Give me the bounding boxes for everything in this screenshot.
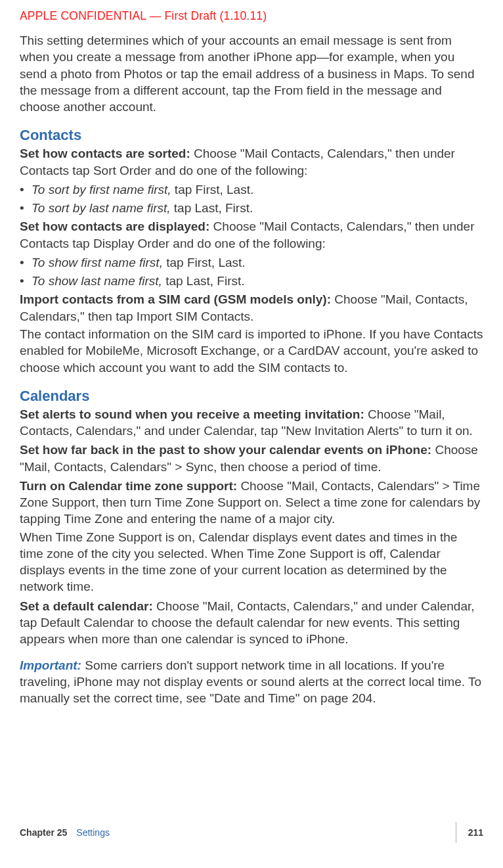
chapter-label: Chapter 25: [20, 827, 67, 838]
bullet-italic: To sort by last name first,: [32, 201, 171, 215]
calendars-default-para: Set a default calendar: Choose "Mail, Co…: [20, 598, 483, 648]
bullet-icon: •: [20, 200, 32, 216]
bullet-icon: •: [20, 254, 32, 271]
section-heading-contacts: Contacts: [20, 127, 483, 144]
bullet-rest: tap Last, First.: [171, 201, 253, 215]
bullet-rest: tap First, Last.: [163, 256, 246, 269]
intro-paragraph: This setting determines which of your ac…: [20, 32, 483, 115]
bullet-italic: To show first name first,: [32, 256, 163, 269]
contacts-display-para: Set how contacts are displayed: Choose "…: [20, 218, 483, 252]
calendars-important-para: Important: Some carriers don't support n…: [20, 657, 483, 707]
list-item: • To show first name first, tap First, L…: [20, 254, 483, 271]
calendars-default-label: Set a default calendar:: [20, 599, 153, 613]
section-heading-calendars: Calendars: [20, 388, 483, 405]
contacts-import-note: The contact information on the SIM card …: [20, 326, 483, 376]
list-item: • To show last name first, tap Last, Fir…: [20, 273, 483, 289]
contacts-import-para: Import contacts from a SIM card (GSM mod…: [20, 291, 483, 325]
list-item: • To sort by last name first, tap Last, …: [20, 200, 483, 216]
footer-divider: [456, 822, 456, 843]
calendars-past-para: Set how far back in the past to show you…: [20, 442, 483, 475]
page-footer: Chapter 25 Settings 211: [20, 822, 483, 843]
calendars-tz-label: Turn on Calendar time zone support:: [20, 479, 237, 493]
contacts-sort-label: Set how contacts are sorted:: [20, 147, 190, 160]
bullet-italic: To show last name first,: [32, 274, 162, 288]
calendars-alerts-para: Set alerts to sound when you receive a m…: [20, 406, 483, 440]
contacts-import-label: Import contacts from a SIM card (GSM mod…: [20, 292, 331, 306]
bullet-icon: •: [20, 181, 32, 198]
bullet-icon: •: [20, 273, 32, 289]
calendars-tz-note: When Time Zone Support is on, Calendar d…: [20, 529, 483, 595]
list-item: • To sort by first name first, tap First…: [20, 181, 483, 198]
confidential-header: APPLE CONFIDENTIAL — First Draft (1.10.1…: [20, 9, 483, 23]
calendars-tz-para: Turn on Calendar time zone support: Choo…: [20, 478, 483, 528]
calendars-past-label: Set how far back in the past to show you…: [20, 443, 431, 457]
bullet-rest: tap First, Last.: [171, 183, 254, 196]
important-label: Important:: [20, 658, 81, 672]
bullet-italic: To sort by first name first,: [32, 183, 171, 196]
calendars-alerts-label: Set alerts to sound when you receive a m…: [20, 407, 364, 421]
page-number: 211: [468, 827, 483, 838]
contacts-sort-para: Set how contacts are sorted: Choose "Mai…: [20, 145, 483, 179]
bullet-rest: tap Last, First.: [162, 274, 245, 288]
contacts-display-label: Set how contacts are displayed:: [20, 219, 209, 233]
important-body: Some carriers don't support network time…: [20, 658, 481, 706]
chapter-name: Settings: [76, 827, 110, 838]
